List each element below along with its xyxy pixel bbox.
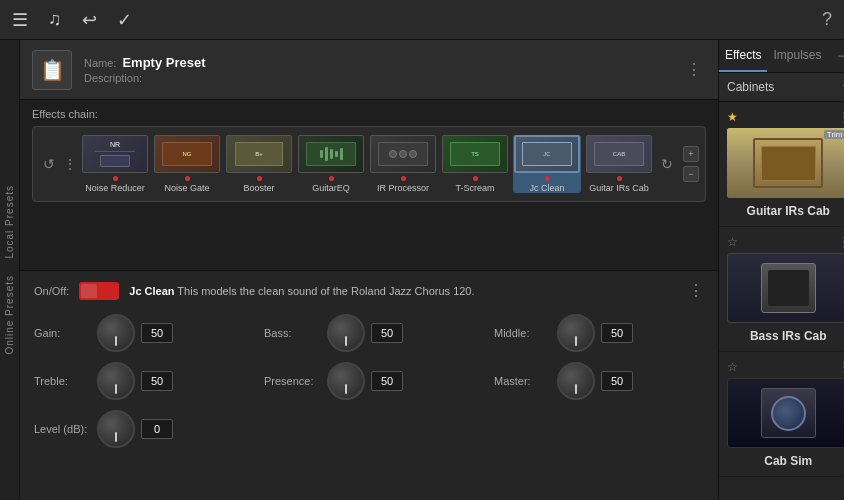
onoff-handle	[81, 284, 97, 298]
preset-menu-cab-sim[interactable]: ⋮	[838, 360, 845, 374]
knob-middle[interactable]	[557, 314, 595, 352]
effect-ir-processor[interactable]: IR Processor	[369, 135, 437, 193]
editor-effect-name: Jc Clean	[129, 285, 174, 297]
knob-label-level: Level (dB):	[34, 423, 89, 435]
effects-chain-label: Effects chain:	[32, 108, 706, 120]
knob-wrap-master: 50	[557, 362, 633, 400]
menu-icon[interactable]: ☰	[12, 9, 28, 31]
preset-name-bass-irs-cab: Bass IRs Cab	[727, 329, 844, 343]
effect-t-scream[interactable]: TS T-Scream	[441, 135, 509, 193]
effect-label-guitar-irs-cab: Guitar IRs Cab	[589, 183, 649, 193]
help-icon[interactable]: ?	[822, 9, 832, 30]
effect-dot-guitar-irs-cab	[617, 176, 622, 181]
chain-add-button[interactable]: +	[683, 146, 699, 162]
chain-side-buttons: + −	[683, 146, 699, 182]
effect-guitar-irs-cab[interactable]: CAB Guitar IRs Cab	[585, 135, 653, 193]
preset-desc-label: Description:	[84, 72, 142, 84]
onoff-label: On/Off:	[34, 285, 69, 297]
preset-thumb-cab-sim	[727, 378, 844, 448]
effect-dot-t-scream	[473, 176, 478, 181]
onoff-toggle[interactable]	[79, 282, 119, 300]
effect-thumb-noise-reducer: NR	[82, 135, 148, 173]
check-icon[interactable]: ✓	[117, 9, 132, 31]
preset-menu-button[interactable]: ⋮	[682, 56, 706, 83]
effect-label-ir-processor: IR Processor	[377, 183, 429, 193]
chain-scroll-right[interactable]: ↻	[657, 154, 677, 174]
effect-noise-reducer[interactable]: NR Noise Reducer	[81, 135, 149, 193]
effect-label-booster: Booster	[243, 183, 274, 193]
knob-bass[interactable]	[327, 314, 365, 352]
knob-gain[interactable]	[97, 314, 135, 352]
preset-thumb-guitar-irs-cab: Trim	[727, 128, 844, 198]
chain-remove-button[interactable]: −	[683, 166, 699, 182]
preset-card-header-cab-sim: ☆ ⋮	[727, 360, 844, 374]
effect-editor: On/Off: Jc Clean This models the clean s…	[20, 270, 718, 500]
knob-treble[interactable]	[97, 362, 135, 400]
effect-label-guitareq: GuitarEQ	[312, 183, 350, 193]
right-panel: Effects Impulses ⊣ Cabinets ▾ ★ ⋮ Trim	[718, 40, 844, 500]
knob-wrap-gain: 50	[97, 314, 173, 352]
effect-thumb-jc-clean: JC	[514, 135, 580, 173]
preset-card-guitar-irs-cab[interactable]: ★ ⋮ Trim Guitar IRs Cab	[719, 102, 844, 227]
effect-dot-noise-gate	[185, 176, 190, 181]
knob-wrap-treble: 50	[97, 362, 173, 400]
right-tabs: Effects Impulses ⊣	[719, 40, 844, 73]
tune-icon[interactable]: ♫	[48, 9, 62, 30]
topbar: ☰ ♫ ↩ ✓ ?	[0, 0, 844, 40]
editor-top: On/Off: Jc Clean This models the clean s…	[34, 281, 704, 300]
effect-noise-gate[interactable]: NG Noise Gate	[153, 135, 221, 193]
preset-star-bass-irs-cab[interactable]: ☆	[727, 235, 738, 249]
back-icon[interactable]: ↩	[82, 9, 97, 31]
preset-star-guitar-irs-cab[interactable]: ★	[727, 110, 738, 124]
effect-guitareq[interactable]: GuitarEQ	[297, 135, 365, 193]
knob-master[interactable]	[557, 362, 595, 400]
preset-star-cab-sim[interactable]: ☆	[727, 360, 738, 374]
bass-irs-device	[761, 263, 816, 313]
effect-thumb-booster: B+	[226, 135, 292, 173]
effect-booster[interactable]: B+ Booster	[225, 135, 293, 193]
preset-card-cab-sim[interactable]: ☆ ⋮ Cab Sim	[719, 352, 844, 477]
editor-menu-button[interactable]: ⋮	[688, 281, 704, 300]
knob-wrap-level: 0	[97, 410, 173, 448]
knob-label-presence: Presence:	[264, 375, 319, 387]
chain-options[interactable]: ⋮	[63, 156, 77, 172]
knob-presence[interactable]	[327, 362, 365, 400]
preset-list: ★ ⋮ Trim Guitar IRs Cab ☆ ⋮	[719, 102, 844, 500]
knob-value-middle: 50	[601, 323, 633, 343]
effect-dot-jc-clean	[545, 176, 550, 181]
main-content: Local Presets Online Presets 📋 Name: Emp…	[0, 40, 844, 500]
knob-value-master: 50	[601, 371, 633, 391]
effect-dot-noise-reducer	[113, 176, 118, 181]
sidebar-item-online-presets[interactable]: Online Presets	[0, 271, 19, 359]
effect-dot-guitareq	[329, 176, 334, 181]
knob-group-master: Master: 50	[494, 362, 704, 400]
preset-thumb-bass-irs-cab	[727, 253, 844, 323]
sidebar-item-local-presets[interactable]: Local Presets	[0, 181, 19, 263]
knob-label-middle: Middle:	[494, 327, 549, 339]
effect-label-noise-reducer: Noise Reducer	[85, 183, 145, 193]
knob-level[interactable]	[97, 410, 135, 448]
preset-name-value: Empty Preset	[122, 55, 205, 70]
effect-jc-clean[interactable]: JC Jc Clean	[513, 135, 581, 193]
sidebar-left: Local Presets Online Presets	[0, 40, 20, 500]
export-icon[interactable]: ⊣	[828, 40, 845, 72]
knobs-grid: Gain: 50 Bass: 50 Middle:	[34, 314, 704, 448]
knob-value-treble: 50	[141, 371, 173, 391]
knob-label-treble: Treble:	[34, 375, 89, 387]
effect-label-jc-clean: Jc Clean	[529, 183, 564, 193]
knob-value-level: 0	[141, 419, 173, 439]
tab-effects[interactable]: Effects	[719, 40, 767, 72]
center-panel: 📋 Name: Empty Preset Description: ⋮ Effe…	[20, 40, 718, 500]
tab-impulses[interactable]: Impulses	[767, 40, 827, 72]
knob-group-treble: Treble: 50	[34, 362, 244, 400]
preset-card-bass-irs-cab[interactable]: ☆ ⋮ Bass IRs Cab	[719, 227, 844, 352]
cab-sim-device	[761, 388, 816, 438]
knob-label-master: Master:	[494, 375, 549, 387]
preset-name-guitar-irs-cab: Guitar IRs Cab	[727, 204, 844, 218]
effect-dot-booster	[257, 176, 262, 181]
chain-scroll-left[interactable]: ↺	[39, 154, 59, 174]
preset-menu-guitar-irs-cab[interactable]: ⋮	[838, 110, 845, 124]
knob-label-bass: Bass:	[264, 327, 319, 339]
preset-name-cab-sim: Cab Sim	[727, 454, 844, 468]
preset-menu-bass-irs-cab[interactable]: ⋮	[838, 235, 845, 249]
